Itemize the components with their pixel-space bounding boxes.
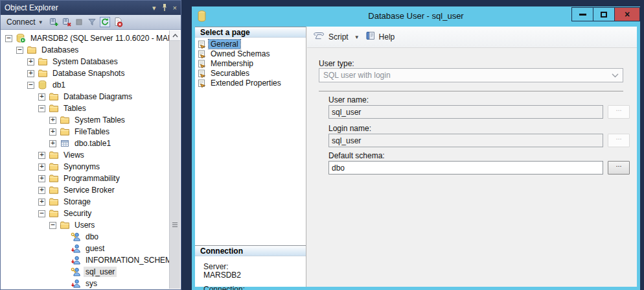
expander-icon[interactable]: +: [49, 117, 56, 124]
object-explorer-tree: − MARSDB2 (SQL Server 11.0.6020 - MARSD …: [1, 30, 169, 289]
expander-icon[interactable]: +: [49, 128, 56, 136]
dialog-body: Select a page General Owned Schemas: [192, 27, 640, 290]
user-icon: [71, 232, 81, 242]
script-button[interactable]: Script: [328, 32, 349, 42]
connection-section-header: Connection: [195, 245, 306, 256]
expander-icon[interactable]: +: [38, 93, 45, 101]
server-value: MARSDB2: [203, 271, 241, 280]
table-icon: [60, 138, 70, 149]
page-icon: [198, 79, 206, 87]
disconnect-server-icon[interactable]: [61, 17, 72, 28]
window-menu-icon[interactable]: ▾: [152, 5, 156, 12]
folder-icon: [60, 115, 70, 125]
expander-icon[interactable]: +: [38, 199, 45, 206]
tree-item[interactable]: + Views: [1, 149, 169, 161]
tree-item[interactable]: + Database Diagrams: [1, 91, 169, 103]
login-name-label: Login name:: [328, 124, 371, 133]
maximize-button[interactable]: [593, 7, 615, 21]
maximize-icon: [601, 12, 607, 18]
pin-icon[interactable]: [161, 3, 168, 13]
tree-item[interactable]: − Tables: [1, 103, 169, 114]
close-icon: ×: [625, 10, 630, 19]
database-icon: [38, 80, 48, 90]
expander-icon[interactable]: −: [5, 35, 12, 42]
tree-item[interactable]: INFORMATION_SCHEM: [1, 254, 169, 266]
default-schema-browse-button[interactable]: ...: [608, 161, 630, 175]
page-list: General Owned Schemas Membership: [195, 38, 306, 88]
connect-server-icon[interactable]: [48, 17, 59, 28]
user-icon: [71, 267, 81, 277]
expander-icon[interactable]: −: [38, 210, 45, 217]
folder-icon: [38, 56, 48, 67]
tree-item[interactable]: + Database Snapshots: [1, 67, 169, 79]
tree-item[interactable]: − db1: [1, 79, 169, 91]
user-type-label: User type:: [319, 59, 354, 68]
expander-icon[interactable]: +: [38, 163, 45, 171]
page-list-item[interactable]: General: [195, 39, 306, 49]
tree-item[interactable]: + System Databases: [1, 56, 169, 67]
tree-item[interactable]: − MARSDB2 (SQL Server 11.0.6020 - MARSD: [1, 32, 169, 44]
chevron-up-icon: [172, 34, 178, 38]
minimize-icon: [579, 14, 586, 16]
tree-item[interactable]: + dbo.table1: [1, 138, 169, 149]
expander-icon[interactable]: −: [27, 82, 34, 89]
expander-icon[interactable]: +: [27, 58, 34, 66]
expander-icon[interactable]: +: [38, 187, 45, 194]
page-icon: [198, 49, 206, 58]
tree-item[interactable]: sys: [1, 278, 169, 289]
page-list-item[interactable]: Membership: [195, 58, 306, 68]
chevron-down-icon: [612, 73, 619, 78]
scroll-up-button[interactable]: [170, 30, 180, 41]
script-error-icon[interactable]: [113, 17, 124, 28]
tree-item[interactable]: + Storage: [1, 196, 169, 208]
connect-button[interactable]: Connect▼: [4, 17, 46, 27]
folder-icon: [49, 103, 59, 114]
object-explorer-titlebar[interactable]: Object Explorer ▾ ×: [1, 1, 181, 15]
user-type-select: SQL user with login: [319, 68, 623, 82]
script-dropdown-icon[interactable]: ▼: [354, 34, 360, 40]
default-schema-field[interactable]: [328, 161, 603, 175]
expander-icon[interactable]: +: [38, 175, 45, 182]
tree-scrollbar[interactable]: [169, 30, 180, 289]
tree-item[interactable]: + Programmability: [1, 173, 169, 184]
expander-icon[interactable]: −: [16, 47, 23, 54]
page-icon: [198, 69, 206, 77]
tree-item[interactable]: + Service Broker: [1, 184, 169, 196]
expander-icon[interactable]: −: [49, 222, 56, 229]
expander-icon[interactable]: +: [49, 140, 56, 147]
object-explorer-toolbar: Connect▼: [1, 15, 181, 30]
tree-item[interactable]: − Security: [1, 208, 169, 219]
expander-icon[interactable]: +: [38, 152, 45, 159]
tree-item[interactable]: + FileTables: [1, 126, 169, 138]
tree-item[interactable]: dbo: [1, 231, 169, 243]
user-name-field: [328, 105, 603, 119]
close-button[interactable]: ×: [614, 7, 640, 21]
tree-item[interactable]: − Users: [1, 219, 169, 231]
connection-label: Connection:: [203, 285, 245, 290]
refresh-icon[interactable]: [100, 17, 111, 28]
page-list-item[interactable]: Extended Properties: [195, 78, 306, 88]
folder-icon: [60, 220, 70, 230]
general-page-panel: Script ▼ Help User type: SQL user with l…: [307, 27, 637, 287]
expander-icon[interactable]: +: [27, 70, 34, 77]
scrollbar-thumb-grip[interactable]: [172, 221, 178, 228]
select-a-page-header: Select a page: [195, 27, 306, 38]
tree-item[interactable]: guest: [1, 243, 169, 254]
dialog-toolbar: Script ▼ Help: [307, 27, 637, 48]
tree-item[interactable]: + Synonyms: [1, 161, 169, 173]
dialog-titlebar[interactable]: Database User - sql_user ×: [192, 6, 640, 27]
minimize-button[interactable]: [571, 7, 593, 21]
ssms-main-window: Object Explorer ▾ × Connect▼ − MARSDB2 (…: [0, 0, 644, 290]
filter-icon[interactable]: [87, 17, 98, 28]
tree-item[interactable]: + System Tables: [1, 114, 169, 126]
database-user-dialog: Database User - sql_user × Select a page: [192, 6, 640, 290]
page-list-item[interactable]: Owned Schemas: [195, 49, 306, 58]
help-icon: [365, 30, 376, 43]
close-icon[interactable]: ×: [173, 5, 177, 12]
expander-icon[interactable]: −: [38, 105, 45, 112]
page-list-item[interactable]: Securables: [195, 68, 306, 78]
tree-item[interactable]: − Databases: [1, 44, 169, 56]
stop-icon[interactable]: [74, 17, 85, 28]
help-button[interactable]: Help: [379, 32, 395, 42]
tree-item[interactable]: sql_user: [1, 266, 169, 278]
